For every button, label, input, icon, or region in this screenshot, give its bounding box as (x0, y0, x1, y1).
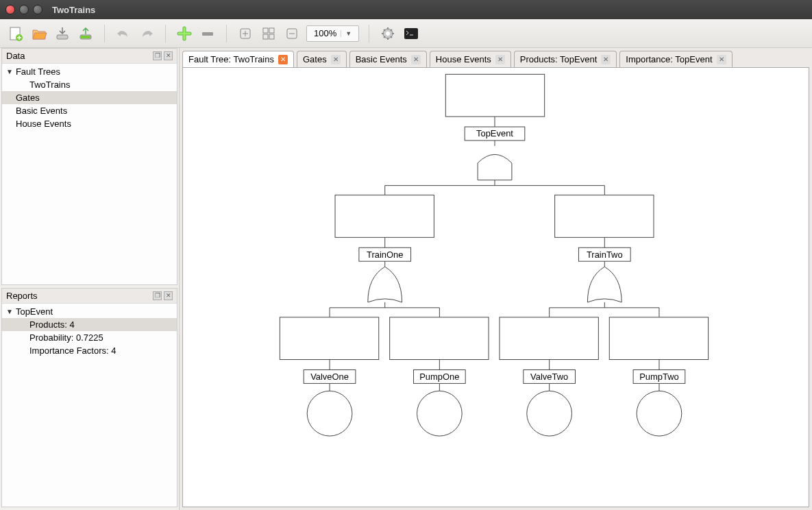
new-file-icon[interactable] (7, 25, 25, 42)
tree-item[interactable]: Basic Events (2, 104, 177, 117)
toolbar: 100% ▼ (0, 19, 812, 48)
svg-rect-14 (404, 28, 418, 39)
tab-close-icon[interactable]: ✕ (495, 55, 505, 64)
svg-rect-8 (269, 28, 274, 33)
tree-item[interactable]: TwoTrains (2, 78, 177, 91)
tree-toggle-icon[interactable]: ▼ (6, 308, 13, 315)
reports-tree: ▼TopEventProducts: 4Probability: 0.7225I… (2, 304, 177, 359)
tab[interactable]: House Events✕ (430, 51, 511, 67)
data-panel-title: Data (6, 51, 25, 61)
svg-rect-54 (609, 317, 708, 360)
data-panel-header: Data ❐ ✕ (2, 49, 177, 64)
node-label: TrainTwo (587, 250, 623, 260)
data-panel: Data ❐ ✕ ▼Fault TreesTwoTrainsGatesBasic… (1, 48, 177, 285)
zoom-value: 100% (310, 28, 341, 38)
chevron-down-icon: ▼ (341, 30, 356, 37)
tree-item-label: TopEvent (16, 306, 53, 317)
tree-item[interactable]: Products: 4 (2, 318, 177, 331)
svg-rect-23 (335, 195, 434, 238)
tab-label: Products: TopEvent (520, 54, 598, 64)
tree-item[interactable]: Gates (2, 91, 177, 104)
window-minimize-button[interactable] (19, 5, 29, 14)
tree-item[interactable]: ▼Fault Trees (2, 65, 177, 78)
svg-point-53 (527, 391, 572, 436)
svg-rect-49 (500, 317, 598, 360)
tab-label: House Events (436, 54, 491, 64)
tab-close-icon[interactable]: ✕ (601, 55, 611, 64)
node-label: ValveOne (310, 372, 349, 382)
export-icon[interactable] (77, 25, 95, 42)
reports-panel-header: Reports ❐ ✕ (2, 289, 177, 304)
panel-close-icon[interactable]: ✕ (164, 291, 173, 300)
panel-restore-icon[interactable]: ❐ (153, 291, 162, 300)
tree-item-label: Probability: 0.7225 (29, 332, 103, 343)
zoom-out-icon[interactable] (283, 25, 301, 42)
panel-close-icon[interactable]: ✕ (164, 51, 173, 60)
node-label: ValveTwo (530, 372, 568, 382)
tab[interactable]: Fault Tree: TwoTrains✕ (182, 51, 294, 67)
tree-item-label: Basic Events (16, 106, 67, 116)
window-maximize-button[interactable] (33, 5, 42, 14)
import-icon[interactable] (53, 25, 71, 42)
tree-item-label: House Events (16, 119, 71, 129)
window-title: TwoTrains (52, 5, 95, 15)
window-close-button[interactable] (5, 5, 15, 14)
tree-item-label: Importance Factors: 4 (29, 345, 116, 356)
svg-rect-44 (390, 317, 489, 360)
node-label: TrainOne (367, 250, 403, 260)
tree-item-label: TwoTrains (29, 80, 70, 90)
tab-label: Gates (303, 54, 327, 64)
titlebar: TwoTrains (0, 0, 812, 19)
tab-close-icon[interactable]: ✕ (411, 55, 421, 64)
data-tree: ▼Fault TreesTwoTrainsGatesBasic EventsHo… (2, 64, 177, 132)
svg-rect-15 (445, 74, 544, 117)
svg-rect-4 (81, 36, 90, 38)
tree-item-label: Fault Trees (16, 66, 60, 77)
zoom-in-icon[interactable] (236, 25, 254, 42)
tab-close-icon[interactable]: ✕ (331, 55, 341, 64)
svg-rect-9 (263, 34, 268, 39)
tab[interactable]: Basic Events✕ (349, 51, 427, 67)
tree-item[interactable]: ▼TopEvent (2, 305, 177, 318)
tab[interactable]: Importance: TopEvent✕ (619, 51, 732, 67)
tree-item[interactable]: Probability: 0.7225 (2, 331, 177, 344)
undo-icon[interactable] (114, 25, 132, 42)
tab[interactable]: Products: TopEvent✕ (514, 51, 617, 67)
svg-point-13 (386, 32, 390, 36)
settings-icon[interactable] (379, 25, 397, 42)
tree-item[interactable]: Importance Factors: 4 (2, 344, 177, 357)
svg-point-43 (307, 391, 352, 436)
svg-rect-39 (280, 317, 378, 360)
svg-rect-31 (555, 195, 654, 238)
terminal-icon[interactable] (402, 25, 420, 42)
add-icon[interactable] (175, 25, 193, 42)
tab-label: Importance: TopEvent (626, 54, 712, 64)
tab-label: Basic Events (356, 54, 407, 64)
tab-close-icon[interactable]: ✕ (717, 55, 726, 64)
tree-item-label: Gates (16, 93, 40, 103)
reports-panel: Reports ❐ ✕ ▼TopEventProducts: 4Probabil… (1, 288, 177, 507)
tab-label: Fault Tree: TwoTrains (188, 54, 274, 64)
zoom-select[interactable]: 100% ▼ (306, 25, 359, 42)
remove-icon[interactable] (199, 25, 217, 42)
tree-item-label: Products: 4 (29, 319, 75, 330)
zoom-fit-icon[interactable] (260, 25, 278, 42)
node-label: PumpOne (419, 372, 459, 382)
open-file-icon[interactable] (30, 25, 48, 42)
node-label: TopEvent (476, 128, 513, 138)
tree-item[interactable]: House Events (2, 117, 177, 130)
panel-restore-icon[interactable]: ❐ (153, 51, 162, 60)
svg-point-48 (417, 391, 463, 436)
tabs-bar: Fault Tree: TwoTrains✕Gates✕Basic Events… (180, 48, 812, 67)
svg-rect-2 (57, 35, 68, 39)
tab[interactable]: Gates✕ (297, 51, 347, 67)
reports-panel-title: Reports (6, 291, 38, 301)
svg-rect-7 (263, 28, 268, 33)
svg-point-58 (637, 391, 682, 436)
redo-icon[interactable] (138, 25, 156, 42)
sidebar: Data ❐ ✕ ▼Fault TreesTwoTrainsGatesBasic… (0, 48, 180, 510)
node-label: PumpTwo (639, 372, 679, 382)
tree-toggle-icon[interactable]: ▼ (6, 68, 13, 75)
tab-close-icon[interactable]: ✕ (278, 55, 288, 64)
diagram-canvas[interactable]: TopEvent TrainOne (182, 67, 809, 507)
